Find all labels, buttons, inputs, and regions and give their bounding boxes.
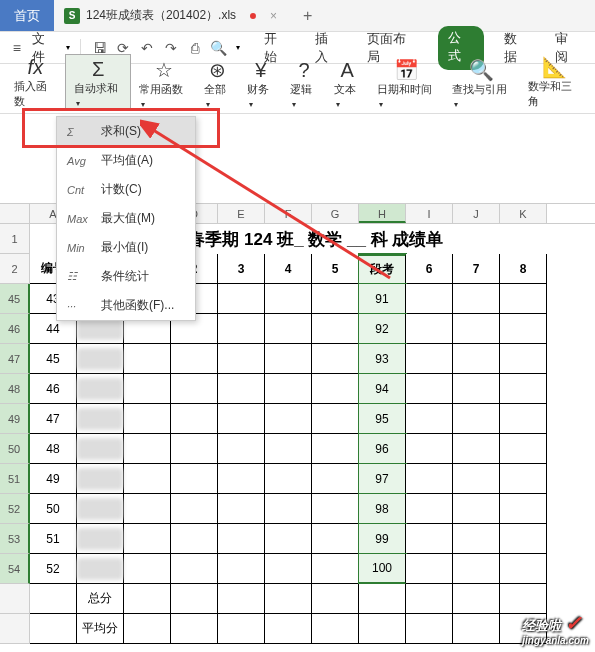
cell[interactable] bbox=[500, 344, 547, 374]
redo-icon[interactable]: ↷ bbox=[162, 39, 180, 57]
cell[interactable] bbox=[77, 494, 124, 524]
cell[interactable] bbox=[265, 374, 312, 404]
cell-exam-score[interactable]: 95 bbox=[359, 404, 406, 434]
cell-exam-score[interactable]: 91 bbox=[359, 284, 406, 314]
print-icon[interactable]: ⎙ bbox=[186, 39, 204, 57]
cell[interactable]: 48 bbox=[30, 434, 77, 464]
row-header[interactable]: 49 bbox=[0, 404, 30, 434]
col-header[interactable]: G bbox=[312, 204, 359, 223]
cell[interactable] bbox=[312, 524, 359, 554]
cell[interactable]: 4 bbox=[265, 254, 312, 284]
cell[interactable] bbox=[218, 524, 265, 554]
cell[interactable] bbox=[312, 344, 359, 374]
cell[interactable] bbox=[312, 314, 359, 344]
add-tab-button[interactable]: + bbox=[303, 7, 312, 25]
cell[interactable] bbox=[406, 494, 453, 524]
cell[interactable] bbox=[124, 374, 171, 404]
cell[interactable]: 51 bbox=[30, 524, 77, 554]
cell[interactable]: 3 bbox=[218, 254, 265, 284]
dropdown-item-more[interactable]: ··· 其他函数(F)... bbox=[57, 291, 195, 320]
cell[interactable] bbox=[453, 554, 500, 584]
cell[interactable] bbox=[453, 434, 500, 464]
cell[interactable] bbox=[500, 284, 547, 314]
cell[interactable] bbox=[312, 614, 359, 644]
dropdown-item-max[interactable]: Max 最大值(M) bbox=[57, 204, 195, 233]
cell[interactable] bbox=[218, 344, 265, 374]
cell[interactable] bbox=[453, 344, 500, 374]
row-header[interactable]: 45 bbox=[0, 284, 30, 314]
cell[interactable] bbox=[500, 314, 547, 344]
cell[interactable] bbox=[171, 374, 218, 404]
cell[interactable] bbox=[218, 494, 265, 524]
datetime-button[interactable]: 📅 日期和时间▾ bbox=[369, 56, 444, 111]
row-header[interactable]: 52 bbox=[0, 494, 30, 524]
cell-exam-score[interactable]: 96 bbox=[359, 434, 406, 464]
cell[interactable] bbox=[500, 374, 547, 404]
cell[interactable] bbox=[312, 584, 359, 614]
cell[interactable] bbox=[453, 374, 500, 404]
cell[interactable] bbox=[218, 314, 265, 344]
cell[interactable] bbox=[265, 344, 312, 374]
cell-exam-score[interactable]: 97 bbox=[359, 464, 406, 494]
finance-button[interactable]: ¥ 财务▾ bbox=[239, 56, 282, 111]
cell[interactable] bbox=[312, 494, 359, 524]
cell[interactable] bbox=[453, 284, 500, 314]
cell[interactable] bbox=[77, 344, 124, 374]
col-header[interactable]: H bbox=[359, 204, 406, 223]
cell[interactable] bbox=[124, 344, 171, 374]
cell[interactable] bbox=[453, 404, 500, 434]
dropdown-item-sum[interactable]: Σ 求和(S) bbox=[57, 117, 195, 146]
cell[interactable] bbox=[124, 434, 171, 464]
cell[interactable] bbox=[265, 614, 312, 644]
col-header[interactable]: I bbox=[406, 204, 453, 223]
col-header[interactable]: E bbox=[218, 204, 265, 223]
cell[interactable] bbox=[265, 284, 312, 314]
cell[interactable]: 50 bbox=[30, 494, 77, 524]
cell[interactable] bbox=[171, 404, 218, 434]
cell[interactable] bbox=[218, 404, 265, 434]
select-all-corner[interactable] bbox=[0, 204, 30, 223]
tab-home[interactable]: 首页 bbox=[0, 0, 54, 31]
cell-exam-score[interactable]: 93 bbox=[359, 344, 406, 374]
cell[interactable] bbox=[77, 524, 124, 554]
logic-button[interactable]: ? 逻辑▾ bbox=[282, 56, 325, 111]
cell[interactable] bbox=[265, 314, 312, 344]
cell[interactable] bbox=[124, 614, 171, 644]
row-header[interactable]: 51 bbox=[0, 464, 30, 494]
cell[interactable] bbox=[359, 584, 406, 614]
cell[interactable] bbox=[171, 524, 218, 554]
cell[interactable] bbox=[218, 554, 265, 584]
row-header[interactable]: 46 bbox=[0, 314, 30, 344]
cell[interactable] bbox=[124, 464, 171, 494]
tab-file[interactable]: S 124班成绩表（201402）.xls × bbox=[54, 7, 287, 24]
cell[interactable] bbox=[453, 464, 500, 494]
cell[interactable] bbox=[171, 344, 218, 374]
cell[interactable]: 52 bbox=[30, 554, 77, 584]
cell[interactable] bbox=[265, 404, 312, 434]
cell[interactable]: 5 bbox=[312, 254, 359, 284]
cell[interactable] bbox=[77, 464, 124, 494]
cell[interactable] bbox=[124, 584, 171, 614]
cell[interactable] bbox=[453, 584, 500, 614]
undo-icon[interactable]: ↶ bbox=[138, 39, 156, 57]
cell-exam-score[interactable]: 100 bbox=[359, 554, 406, 584]
lookup-button[interactable]: 🔍 查找与引用▾ bbox=[444, 56, 519, 111]
cell-total-label[interactable]: 总分 bbox=[77, 584, 124, 614]
cell[interactable] bbox=[171, 494, 218, 524]
cell[interactable] bbox=[453, 524, 500, 554]
cell[interactable] bbox=[359, 614, 406, 644]
col-header[interactable]: F bbox=[265, 204, 312, 223]
cell[interactable] bbox=[265, 464, 312, 494]
cell[interactable] bbox=[124, 404, 171, 434]
cell[interactable] bbox=[312, 434, 359, 464]
cell[interactable]: 段考 bbox=[359, 254, 406, 284]
cell[interactable] bbox=[453, 614, 500, 644]
cell[interactable]: 49 bbox=[30, 464, 77, 494]
cell[interactable]: 7 bbox=[453, 254, 500, 284]
cell[interactable] bbox=[218, 614, 265, 644]
cell[interactable] bbox=[30, 614, 77, 644]
row-header[interactable]: 54 bbox=[0, 554, 30, 584]
cell[interactable] bbox=[171, 584, 218, 614]
cell[interactable] bbox=[218, 434, 265, 464]
cell[interactable] bbox=[312, 404, 359, 434]
